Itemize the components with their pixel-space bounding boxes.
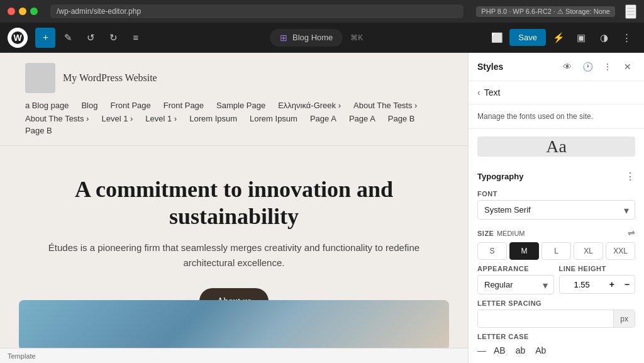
blog-home-icon: ⊞ [280,33,287,43]
letter-case-upper-button[interactable]: AB [491,344,508,357]
top-bar: /wp-admin/site-editor.php PHP 8.0 · WP 6… [0,0,644,23]
edit-button[interactable]: ✎ [58,28,78,48]
nav-item-page-b-2[interactable]: Page B [25,126,52,135]
wp-logo-inner: W [11,31,24,44]
size-btn-l[interactable]: L [541,242,571,260]
nav-item-lorem-2[interactable]: Lorem Ipsum [250,114,297,123]
nav-item-level1-b[interactable]: Level 1 [145,114,177,123]
size-btn-s[interactable]: S [477,242,507,260]
appearance-select-wrapper: Regular [477,275,554,294]
site-brand: My WordPress Website [25,63,443,93]
panel-header-icons: 👁 🕐 ⋮ ✕ [560,59,635,74]
add-button[interactable]: ＋ [35,28,55,48]
font-preview-box: Aa [477,137,635,157]
browser-menu-button[interactable]: ☰ [625,4,636,19]
breadcrumb-row: ‹ Text [469,81,644,104]
nav-item-page-a-2[interactable]: Page A [349,114,375,123]
panel-header: Styles 👁 🕐 ⋮ ✕ [469,53,644,81]
nav-item-blog[interactable]: Blog [81,101,97,110]
nav-item-lorem-1[interactable]: Lorem Ipsum [189,114,237,123]
appearance-col: APPEARANCE Regular [477,265,554,294]
list-view-button[interactable]: ≡ [126,28,146,48]
blog-home-pill[interactable]: ⊞ Blog Home [270,29,343,47]
nav-item-greek[interactable]: Ελληνικά-Greek [278,101,341,110]
letter-case-capitalize-button[interactable]: Ab [533,344,548,357]
status-text: Template [8,352,36,360]
letter-case-none[interactable]: — [477,345,486,355]
nav-item-about-tests-1[interactable]: About The Tests [353,101,417,110]
appearance-select[interactable]: Regular [477,275,554,294]
size-buttons: S M L XL XXL [469,242,644,265]
appearance-label: APPEARANCE [477,265,554,272]
shortcut-hint: ⌘K [350,33,363,42]
more-options-button[interactable]: ⋮ [600,59,615,74]
window-maximize-button[interactable] [30,8,38,15]
undo-button[interactable]: ↺ [80,28,101,48]
size-btn-xl[interactable]: XL [574,242,603,260]
toolbar: W ＋ ✎ ↺ ↻ ≡ ⊞ Blog Home ⌘K ⬜ Save ⚡ ▣ ◑ … [0,23,644,53]
view-icon-button[interactable]: 👁 [560,59,575,74]
window-minimize-button[interactable] [19,8,26,15]
size-label: SIZE MEDIUM [477,227,525,238]
nav-item-front-page-1[interactable]: Front Page [110,101,150,110]
letter-spacing-input[interactable] [478,310,613,327]
styles-button[interactable]: ◑ [594,28,614,48]
more-button[interactable]: ⋮ [616,28,636,48]
styles-panel: Styles 👁 🕐 ⋮ ✕ ‹ Text Manage the fonts u… [468,53,644,363]
line-height-label: LINE HEIGHT [559,265,636,272]
panel-description: Manage the fonts used on the site. [469,104,644,129]
font-select-wrapper: System Serif [477,200,635,220]
font-group: FONT System Serif [469,186,644,223]
font-select[interactable]: System Serif [477,200,635,220]
nav-item-front-page-2[interactable]: Front Page [164,101,204,110]
nav-row-2: About The Tests Level 1 Level 1 Lorem Ip… [25,114,443,135]
php-badge: PHP 8.0 · WP 6.6-RC2 · ⚠ Storage: None [476,6,615,17]
sidebar-button[interactable]: ▣ [571,28,591,48]
line-height-value: 1.55 [560,276,604,293]
back-button[interactable]: ‹ [477,87,480,98]
letter-case-buttons: — AB ab Ab [477,344,635,357]
url-bar[interactable]: /wp-admin/site-editor.php [50,4,464,18]
size-btn-xxl[interactable]: XXL [606,242,635,260]
letter-case-lower-button[interactable]: ab [513,344,528,357]
letter-spacing-row: LETTER SPACING px [469,299,644,333]
wp-logo[interactable]: W [8,28,28,48]
panel-title: Styles [477,62,503,72]
site-name: My WordPress Website [63,72,157,84]
nav-row-1: a Blog page Blog Front Page Front Page S… [25,101,443,110]
line-height-col: LINE HEIGHT 1.55 + − [559,265,636,294]
line-height-increase-button[interactable]: + [604,276,619,293]
hero-title: A commitment to innovation and sustainab… [25,176,443,230]
nav-item-blog-page[interactable]: a Blog page [25,101,69,110]
letter-case-label: LETTER CASE [477,333,635,340]
status-bar: Template [0,348,468,363]
nav-item-page-a-1[interactable]: Page A [310,114,336,123]
bottom-image-strip [19,300,449,350]
size-btn-m[interactable]: M [509,242,539,260]
nav-item-about-tests-2[interactable]: About The Tests [25,114,89,123]
line-height-decrease-button[interactable]: − [619,276,635,293]
php-badge-text: PHP 8.0 · WP 6.6-RC2 · ⚠ Storage: None [481,8,610,16]
letter-spacing-unit: px [613,310,635,327]
nav-item-level1-a[interactable]: Level 1 [101,114,133,123]
main-area: My WordPress Website a Blog page Blog Fr… [0,53,644,363]
url-text: /wp-admin/site-editor.php [57,7,141,16]
inspector-button[interactable]: ⚡ [548,28,569,48]
size-label-row: SIZE MEDIUM ⇌ [469,223,644,242]
redo-button[interactable]: ↻ [103,28,123,48]
typography-section-row: Typography ⋮ [469,164,644,186]
save-button[interactable]: Save [509,29,546,46]
typography-more-button[interactable]: ⋮ [625,170,635,182]
close-panel-button[interactable]: ✕ [620,59,635,74]
preview-button[interactable]: ⬜ [487,28,507,48]
history-icon-button[interactable]: 🕐 [580,59,595,74]
size-sublabel: MEDIUM [497,230,525,237]
nav-item-sample-page[interactable]: Sample Page [216,101,265,110]
size-adjust-icon: ⇌ [628,228,635,238]
site-logo [25,63,55,93]
preview-text: Aa [546,137,567,157]
letter-spacing-input-wrap: px [477,310,635,328]
nav-item-page-b-1[interactable]: Page B [388,114,415,123]
canvas: My WordPress Website a Blog page Blog Fr… [0,53,468,363]
window-close-button[interactable] [8,8,15,15]
